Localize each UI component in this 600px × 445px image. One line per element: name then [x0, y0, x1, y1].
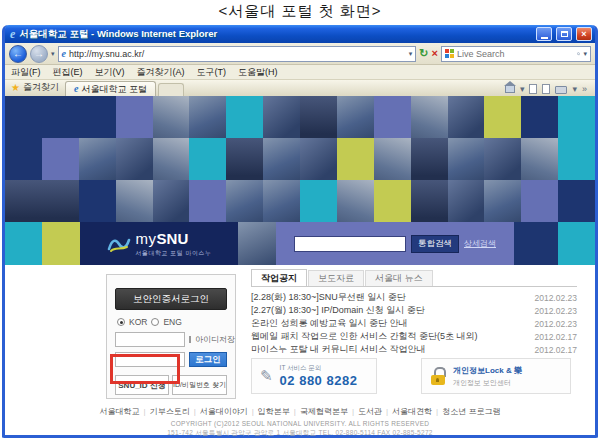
privacy-box[interactable]: 개인정보Lock & 樂 개인정보 보안센터: [421, 358, 571, 394]
pencil-icon: ✎: [260, 367, 273, 385]
banner-bottom-strip: mySNU 서울대학교 포털 마이스누 통합검색 상세검색: [5, 222, 595, 265]
page-content: 보안인증서로그인 KOR ENG 아이디저장 로그인 SNU_ID 신청 ID/…: [5, 265, 595, 435]
print-icon[interactable]: [555, 86, 567, 94]
command-bar: ▾ ▾ »: [505, 84, 591, 96]
menu-item[interactable]: 보기(V): [95, 66, 125, 79]
page-caption: <서울대 포털 첫 화면>: [0, 2, 600, 21]
mosaic-tile: [263, 96, 300, 138]
minimize-button[interactable]: [536, 27, 552, 41]
notice-row[interactable]: 온라인 성희롱 예방교육 일시 중단 안내2012.02.23: [251, 317, 577, 330]
notice-tab[interactable]: 작업공지: [251, 269, 307, 286]
notice-date: 2012.02.23: [534, 306, 577, 316]
mosaic-tile: [42, 96, 79, 138]
mosaic-tile: [42, 222, 80, 265]
user-id-input[interactable]: [115, 332, 185, 347]
search-dropdown-icon[interactable]: ▾: [583, 50, 587, 58]
footer-link[interactable]: 청소년 프로그램: [442, 407, 500, 416]
footer-link[interactable]: 기부스토리: [150, 407, 190, 416]
id-save-checkbox[interactable]: [189, 336, 191, 343]
close-button[interactable]: ×: [576, 27, 592, 41]
site-favicon: e: [62, 48, 66, 60]
back-button[interactable]: ←: [9, 45, 27, 63]
footer-link[interactable]: 서울대견학: [392, 407, 432, 416]
language-select: KOR ENG: [117, 317, 227, 327]
menu-item[interactable]: 편집(E): [53, 66, 83, 79]
mosaic-tile: [189, 96, 226, 138]
snu-id-apply-button[interactable]: SNU_ID 신청: [115, 375, 169, 395]
footer-separator: |: [352, 407, 354, 416]
mosaic-tile: [484, 180, 521, 222]
new-tab-stub[interactable]: [158, 83, 184, 96]
notice-row[interactable]: [2.28(화) 18:30~]SNU무선랜 일시 중단2012.02.23: [251, 291, 577, 304]
search-magnifier-icon[interactable]: [577, 49, 580, 59]
mosaic-tile: [337, 180, 374, 222]
mosaic-tile: [558, 138, 595, 180]
mosaic-tile: [521, 138, 558, 180]
radio-kor[interactable]: [117, 318, 125, 326]
notice-list: [2.28(화) 18:30~]SNU무선랜 일시 중단2012.02.23[2…: [251, 287, 577, 356]
menu-item[interactable]: 도구(T): [197, 66, 227, 79]
unified-search-button[interactable]: 통합검색: [411, 235, 459, 253]
notice-title: 온라인 성희롱 예방교육 일시 중단 안내: [251, 317, 534, 330]
menu-item[interactable]: 도움말(H): [238, 66, 278, 79]
mosaic-tile: [226, 180, 263, 222]
portal-search-input[interactable]: [294, 236, 406, 252]
favorites-button[interactable]: ★ 즐겨찾기: [9, 81, 65, 96]
ie-logo-icon: e: [10, 28, 15, 40]
it-service-box[interactable]: ✎ IT 서비스 문의 02 880 8282: [251, 358, 377, 394]
refresh-icon[interactable]: ↻: [419, 48, 428, 59]
history-dropdown-icon[interactable]: ▾: [51, 50, 55, 58]
copyright-text: COPYRIGHT (C)2012 SEOUL NATIONAL UNIVERS…: [5, 420, 595, 427]
notice-tab[interactable]: 보도자료: [308, 270, 364, 286]
notice-date: 2012.02.23: [534, 319, 577, 329]
notice-row[interactable]: 웹메일 패치 작업으로 인한 서비스 간헐적 중단(5초 내외)2012.02.…: [251, 330, 577, 343]
radio-eng[interactable]: [151, 318, 159, 326]
url-field[interactable]: e http://my.snu.ac.kr/ ▾: [58, 46, 417, 62]
url-text[interactable]: http://my.snu.ac.kr/: [69, 49, 406, 59]
mosaic-tile: [484, 96, 521, 138]
menu-item[interactable]: 즐겨찾기(A): [137, 66, 185, 79]
footer-link[interactable]: 서울대이야기: [200, 407, 248, 416]
footer-link[interactable]: 서울대학교: [100, 407, 140, 416]
chevron-more-icon[interactable]: »: [582, 84, 587, 94]
mosaic-tile: [374, 96, 411, 138]
forward-button[interactable]: →: [30, 45, 48, 63]
mosaic-tile: [189, 138, 226, 180]
notice-tab[interactable]: 서울대 뉴스: [365, 270, 433, 286]
certificate-login-button[interactable]: 보안인증서로그인: [115, 288, 227, 310]
footer-separator: |: [144, 407, 146, 416]
feeds-icon[interactable]: [529, 84, 537, 94]
footer-link[interactable]: 입학본부: [258, 407, 290, 416]
stop-icon[interactable]: ×: [432, 48, 438, 59]
menu-bar: 파일(F)편집(E)보기(V)즐겨찾기(A)도구(T)도움말(H): [5, 65, 595, 80]
mosaic-tile: [521, 96, 558, 138]
portal-search-area: 통합검색 상세검색: [276, 222, 514, 265]
home-dropdown-icon[interactable]: ▾: [520, 84, 525, 94]
active-tab[interactable]: e 서울대학교 포털: [65, 81, 156, 96]
footer-links: 서울대학교|기부스토리|서울대이야기|입학본부|국제협력본부|도서관|서울대견학…: [5, 406, 595, 417]
footer-link[interactable]: 도서관: [358, 407, 382, 416]
live-search-box[interactable]: ▾: [441, 46, 591, 62]
footer-link[interactable]: 국제협력본부: [300, 407, 348, 416]
title-bar[interactable]: e 서울대학교 포털 - Windows Internet Explorer ×: [5, 25, 595, 43]
mysnu-logo[interactable]: mySNU 서울대학교 포털 마이스누: [80, 222, 238, 265]
url-dropdown-icon[interactable]: ▾: [409, 50, 413, 58]
menu-item[interactable]: 파일(F): [11, 66, 41, 79]
home-icon[interactable]: [505, 85, 515, 93]
notice-row[interactable]: [2.27(월) 18:30~] IP/Domain 신청 일시 중단2012.…: [251, 304, 577, 317]
mosaic-tile: [521, 180, 558, 222]
lock-icon: [430, 367, 446, 385]
close-icon: ×: [581, 30, 586, 39]
mosaic-tile: [153, 96, 190, 138]
live-search-input[interactable]: [457, 49, 574, 59]
maximize-button[interactable]: [556, 27, 572, 41]
mosaic-tile: [226, 96, 263, 138]
print-dropdown-icon[interactable]: ▾: [572, 84, 577, 94]
mosaic-tile: [116, 180, 153, 222]
login-button[interactable]: 로그인: [189, 352, 227, 367]
page-icon[interactable]: [542, 84, 550, 94]
notice-row[interactable]: 마이스누 포탈 내 커뮤니티 서비스 작업안내2012.02.17: [251, 343, 577, 356]
password-input[interactable]: [115, 352, 185, 367]
advanced-search-link[interactable]: 상세검색: [464, 238, 496, 249]
find-id-password-button[interactable]: ID/비밀번호 찾기: [172, 375, 227, 395]
